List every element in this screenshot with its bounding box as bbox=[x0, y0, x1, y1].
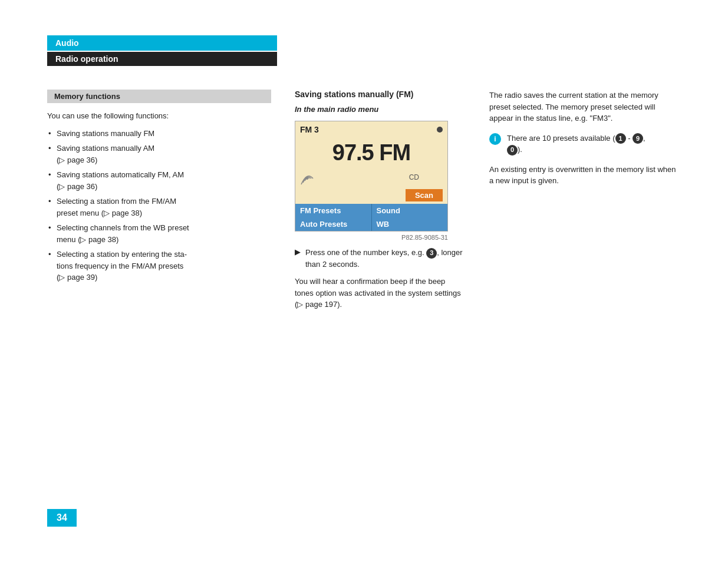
main-content: Memory functions You can use the followi… bbox=[0, 72, 728, 340]
bottom-sound: Sound bbox=[372, 204, 448, 217]
page-num-box: 34 bbox=[47, 509, 77, 527]
list-item: Saving stations automatically FM, AM (▷ … bbox=[47, 169, 271, 192]
list-item: Selecting a station by entering the sta-… bbox=[47, 249, 271, 283]
bottom-auto-presets: Auto Presets bbox=[295, 217, 372, 231]
num-badge-3: 3 bbox=[426, 248, 437, 259]
bullet-list: Saving stations manually FM Saving stati… bbox=[47, 128, 271, 283]
page-number-area: 34 bbox=[47, 509, 77, 527]
list-item: Saving stations manually FM bbox=[47, 128, 271, 140]
fm3-label: FM 3 bbox=[300, 125, 319, 134]
info-icon: i bbox=[489, 133, 501, 145]
page-ref: ▷ page 36 bbox=[59, 182, 95, 191]
info-box: i There are 10 presets available (1 - 9,… bbox=[489, 133, 681, 156]
page-ref: ▷ page 38 bbox=[80, 235, 116, 244]
page-ref: ▷ page 36 bbox=[59, 156, 95, 164]
scan-button: Scan bbox=[406, 189, 443, 201]
info-text: There are 10 presets available (1 - 9, 0… bbox=[507, 133, 645, 156]
step-text: Press one of the number keys, e.g. 3, lo… bbox=[305, 247, 466, 270]
num-badge-0: 0 bbox=[507, 145, 518, 156]
bottom-fm-presets: FM Presets bbox=[295, 204, 372, 217]
radio-dot bbox=[437, 127, 443, 133]
radio-wave-icon bbox=[300, 168, 319, 187]
radio-top-bar: FM 3 bbox=[295, 121, 447, 135]
freq-display: 97.5 FM bbox=[295, 140, 447, 166]
list-item: Selecting a station from the FM/AM prese… bbox=[47, 196, 271, 219]
subtitle: In the main radio menu bbox=[295, 105, 466, 114]
audio-bar: Audio bbox=[47, 35, 277, 51]
section-bar: Radio operation bbox=[47, 52, 277, 66]
radio-display: FM 3 97.5 FM CD Scan bbox=[295, 121, 448, 232]
radio-freq: 97.5 FM bbox=[295, 135, 447, 167]
radio-bottom-bar: FM Presets Sound bbox=[295, 204, 447, 217]
image-caption: P82.85-9085-31 bbox=[295, 234, 448, 241]
intro-text: You can use the following functions: bbox=[47, 110, 271, 122]
step-instruction: ▶ Press one of the number keys, e.g. 3, … bbox=[295, 247, 466, 270]
header: Audio Radio operation bbox=[0, 0, 728, 72]
page-ref: ▷ page 39 bbox=[59, 273, 95, 282]
scan-area: Scan bbox=[295, 189, 447, 204]
memory-functions-header: Memory functions bbox=[47, 90, 271, 103]
num-badge-9: 9 bbox=[633, 133, 643, 144]
right-para2: An existing entry is overwritten in the … bbox=[489, 164, 681, 187]
left-column: Memory functions You can use the followi… bbox=[47, 90, 271, 316]
confirm-text: You will hear a confirmation beep if the… bbox=[295, 276, 466, 310]
right-para1: The radio saves the current station at t… bbox=[489, 90, 681, 124]
mid-column: Saving stations manually (FM) In the mai… bbox=[295, 90, 466, 316]
radio-icons-row: CD bbox=[295, 167, 447, 189]
mid-heading: Saving stations manually (FM) bbox=[295, 90, 466, 99]
list-item: Saving stations manually AM (▷ page 36) bbox=[47, 143, 271, 166]
cd-label: CD bbox=[409, 173, 419, 181]
page: Audio Radio operation Memory functions Y… bbox=[0, 0, 728, 562]
num-badge-1: 1 bbox=[615, 133, 626, 144]
bottom-wb: WB bbox=[372, 217, 448, 231]
right-column: The radio saves the current station at t… bbox=[489, 90, 681, 316]
arrow-symbol: ▶ bbox=[295, 247, 301, 256]
page-ref: ▷ page 38 bbox=[104, 209, 140, 217]
list-item: Selecting channels from the WB preset me… bbox=[47, 222, 271, 245]
radio-bottom-bar2: Auto Presets WB bbox=[295, 217, 447, 231]
